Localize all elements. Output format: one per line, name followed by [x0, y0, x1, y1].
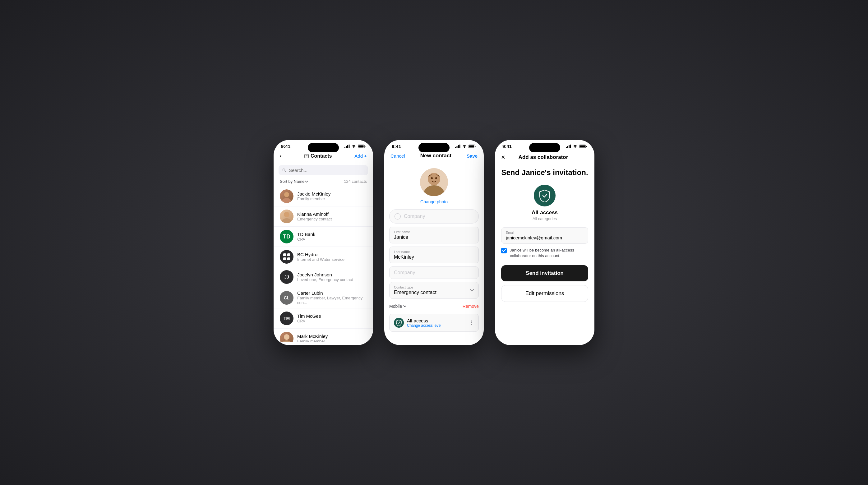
more-options-icon[interactable] — [468, 320, 474, 326]
sort-label[interactable]: Sort by Name — [280, 179, 308, 184]
back-button-1[interactable]: ‹ — [280, 153, 282, 159]
contact-name: TD Bank — [297, 232, 367, 237]
last-name-label: Last name — [394, 250, 474, 254]
contact-info: Tim McGee CPA — [297, 313, 367, 323]
grid-icon — [282, 252, 291, 261]
contact-type-value: Emergency contact — [394, 290, 470, 295]
save-button[interactable]: Save — [467, 153, 477, 158]
status-bar-1: 9:41 — [274, 140, 373, 150]
list-item[interactable]: TM Tim McGee CPA — [274, 308, 373, 329]
list-item[interactable]: Jackie McKinley Family member — [274, 186, 373, 206]
big-shield-badge — [534, 185, 556, 206]
email-value[interactable]: janicemckinley@gmail.com — [506, 235, 584, 240]
contact-name: BC Hydro — [297, 252, 367, 257]
buttons-section: Send invitation Edit permissions — [501, 265, 588, 307]
search-box[interactable] — [279, 165, 368, 175]
status-bar-3: 9:41 — [495, 140, 594, 150]
change-access-link[interactable]: Change access level — [407, 323, 441, 328]
close-button[interactable]: × — [501, 153, 505, 161]
svg-rect-37 — [580, 145, 585, 147]
status-icons-1 — [344, 145, 366, 148]
svg-point-30 — [471, 322, 472, 323]
search-icon — [282, 168, 286, 173]
svg-rect-32 — [566, 147, 567, 148]
svg-point-12 — [284, 192, 289, 197]
search-input[interactable] — [289, 168, 364, 173]
list-item[interactable]: CL Carter Lubin Family member, Lawyer, E… — [274, 287, 373, 308]
chevron-down-icon — [305, 181, 308, 182]
cancel-button[interactable]: Cancel — [391, 153, 405, 158]
contact-type-inner: Contact type Emergency contact — [394, 285, 470, 295]
company-toggle-row[interactable]: Company — [389, 209, 479, 223]
person-photo — [420, 168, 448, 196]
svg-rect-35 — [570, 145, 571, 148]
avatar — [280, 210, 293, 223]
first-name-value[interactable]: Janice — [394, 235, 474, 240]
contact-type-field[interactable]: Contact type Emergency contact — [389, 282, 479, 299]
add-contact-button[interactable]: Add + — [354, 153, 367, 158]
big-shield-icon — [539, 189, 550, 202]
list-item[interactable]: BC Hydro Internet and Water service — [274, 247, 373, 267]
svg-rect-34 — [569, 145, 569, 148]
svg-rect-5 — [359, 145, 364, 147]
chevron-down-small-icon — [403, 305, 406, 307]
svg-rect-0 — [344, 147, 345, 148]
avatar — [280, 250, 293, 264]
signal-icon — [344, 145, 350, 148]
svg-rect-3 — [349, 145, 350, 148]
contacts-title: Contacts — [304, 153, 332, 159]
dynamic-island-1 — [308, 143, 339, 152]
dynamic-island-2 — [418, 143, 450, 152]
phone-screen-1: 9:41 ‹ Contacts Add + — [274, 140, 373, 345]
remove-button[interactable]: Remove — [463, 304, 479, 309]
contact-role: CPA — [297, 237, 367, 242]
svg-rect-2 — [347, 145, 348, 148]
shield-badge — [394, 318, 404, 328]
status-icons-3 — [566, 145, 587, 148]
mobile-label[interactable]: Mobile — [389, 304, 406, 309]
collaborator-checkbox[interactable] — [501, 248, 507, 253]
collab-access-name: All-access — [532, 210, 558, 216]
svg-rect-24 — [469, 145, 474, 147]
photo-section: Change photo — [384, 162, 484, 209]
list-item[interactable]: JJ Jocelyn Johnson Loved one, Emergency … — [274, 267, 373, 287]
access-level-row: All-access Change access level — [389, 314, 479, 332]
company-placeholder: Company — [404, 214, 425, 219]
last-name-value[interactable]: McKinley — [394, 254, 474, 260]
list-item[interactable]: TD TD Bank CPA — [274, 226, 373, 247]
person-silhouette — [280, 332, 293, 342]
svg-rect-22 — [460, 145, 460, 148]
first-name-field[interactable]: First name Janice — [389, 226, 479, 243]
contacts-list: Jackie McKinley Family member Kianna Ami… — [274, 186, 373, 342]
contact-name: Jocelyn Johnson — [297, 272, 367, 277]
company-radio[interactable] — [395, 213, 401, 219]
contact-role: CPA — [297, 319, 367, 323]
change-photo-button[interactable]: Change photo — [420, 199, 448, 204]
contact-role: Loved one, Emergency contact — [297, 277, 367, 282]
wifi-icon — [462, 145, 467, 148]
dynamic-island-3 — [529, 143, 560, 152]
company-field[interactable]: Company — [389, 267, 479, 279]
signal-icon — [566, 145, 571, 148]
list-item[interactable]: Kianna Aminoff Emergency contact — [274, 206, 373, 226]
avatar: JJ — [280, 270, 293, 284]
contact-type-label: Contact type — [394, 285, 470, 289]
time-3: 9:41 — [502, 144, 512, 149]
checkbox-label: Janice will be become an all-access coll… — [510, 247, 588, 259]
svg-point-27 — [431, 177, 433, 179]
contact-name: Jackie McKinley — [297, 191, 367, 196]
contact-info: Kianna Aminoff Emergency contact — [297, 211, 367, 221]
avatar — [280, 189, 293, 203]
svg-rect-20 — [457, 146, 458, 148]
checkbox-row: Janice will be become an all-access coll… — [501, 247, 588, 259]
svg-rect-14 — [283, 253, 286, 256]
last-name-field[interactable]: Last name McKinley — [389, 246, 479, 263]
access-name: All-access — [407, 318, 441, 323]
send-invitation-button[interactable]: Send invitation — [501, 265, 588, 281]
edit-permissions-button[interactable]: Edit permissions — [501, 285, 588, 302]
list-item[interactable]: Mark McKinley Family member — [274, 329, 373, 342]
avatar: TD — [280, 230, 293, 243]
contacts-header: Sort by Name 124 contacts — [274, 178, 373, 186]
svg-rect-16 — [283, 257, 286, 260]
contact-info: Carter Lubin Family member, Lawyer, Emer… — [297, 291, 367, 305]
